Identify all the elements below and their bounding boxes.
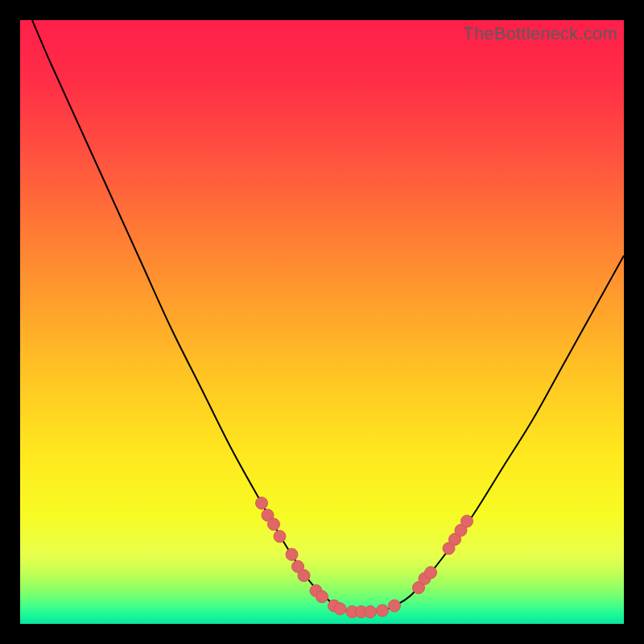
curve-marker [365, 606, 377, 618]
curve-marker [389, 600, 401, 612]
curve-marker [425, 567, 437, 579]
curve-marker [298, 570, 310, 582]
watermark-text: TheBottleneck.com [463, 23, 617, 44]
curve-marker [268, 518, 280, 530]
curve-marker [286, 548, 298, 560]
curve-marker [274, 530, 286, 543]
curve-marker [377, 605, 389, 617]
chart-svg [20, 20, 624, 624]
curve-marker [256, 497, 268, 510]
gradient-background [20, 20, 624, 624]
chart-frame: TheBottleneck.com [20, 20, 624, 624]
curve-marker [461, 515, 473, 527]
curve-marker [316, 591, 328, 603]
curve-marker [334, 603, 346, 615]
